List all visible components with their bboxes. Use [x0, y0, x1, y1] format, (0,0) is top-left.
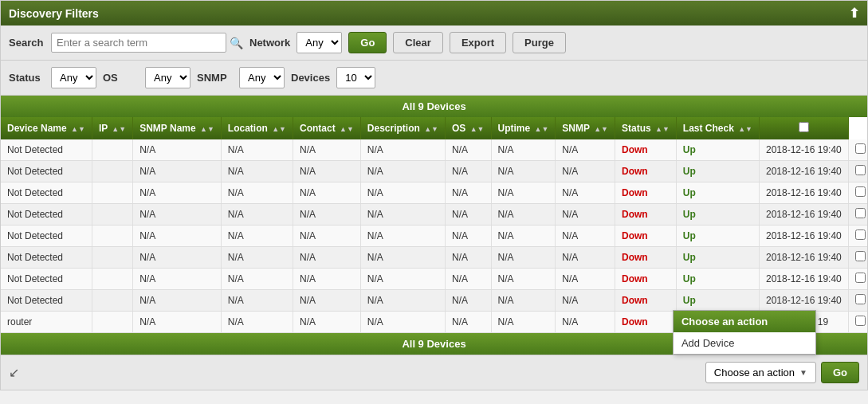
snmp-select[interactable]: Any: [239, 67, 285, 88]
col-os[interactable]: OS ▲▼: [446, 117, 492, 139]
filter-row-2: Status Any OS Any SNMP Any Devices 10: [1, 61, 867, 96]
cell-description: N/A: [360, 312, 445, 333]
action-dropdown-label: Choose an action: [714, 367, 795, 379]
cell-description: N/A: [360, 226, 445, 247]
bottom-go-button[interactable]: Go: [821, 362, 859, 383]
cell-snmp-name: N/A: [133, 204, 222, 226]
cell-ip: [92, 247, 132, 269]
snmp-label: SNMP: [197, 72, 233, 84]
row-checkbox[interactable]: [855, 273, 866, 283]
devices-select[interactable]: 10: [336, 67, 375, 88]
cell-location: N/A: [221, 182, 293, 204]
search-input[interactable]: [51, 33, 226, 53]
table-row: Not Detected N/A N/A N/A N/A N/A N/A N/A…: [1, 161, 867, 182]
cell-snmp-status: Up: [676, 247, 759, 269]
table-body: Not Detected N/A N/A N/A N/A N/A N/A N/A…: [1, 139, 867, 333]
cell-uptime: N/A: [491, 269, 556, 290]
row-checkbox[interactable]: [855, 229, 866, 240]
table-row: Not Detected N/A N/A N/A N/A N/A N/A N/A…: [1, 226, 867, 247]
panel-title: Discovery Filters: [9, 7, 99, 20]
cell-contact: N/A: [293, 290, 360, 312]
cell-checkbox[interactable]: [848, 161, 867, 182]
discovery-panel: Discovery Filters ⬆ Search 🔍 Network Any…: [0, 0, 868, 390]
cell-os: N/A: [446, 226, 492, 247]
table-row: Not Detected N/A N/A N/A N/A N/A N/A N/A…: [1, 290, 867, 312]
col-location[interactable]: Location ▲▼: [221, 117, 293, 139]
cell-device-name: Not Detected: [1, 226, 92, 247]
action-dropdown-button[interactable]: Choose an action ▼: [705, 362, 816, 383]
cell-checkbox[interactable]: [848, 182, 867, 204]
col-status[interactable]: Status ▲▼: [615, 117, 676, 139]
cell-contact: N/A: [293, 182, 360, 204]
cell-snmp-name: N/A: [133, 182, 222, 204]
os-select[interactable]: Any: [145, 67, 190, 88]
row-checkbox[interactable]: [855, 208, 866, 218]
col-ip[interactable]: IP ▲▼: [92, 117, 132, 139]
network-select[interactable]: Any: [297, 32, 342, 53]
cell-device-name: Not Detected: [1, 269, 92, 290]
cell-checkbox[interactable]: [848, 312, 867, 333]
cell-checkbox[interactable]: [848, 226, 867, 247]
cell-last-check: 2018-12-16 19:40: [760, 139, 849, 161]
col-uptime[interactable]: Uptime ▲▼: [491, 117, 556, 139]
col-description[interactable]: Description ▲▼: [360, 117, 445, 139]
cell-status: Down: [615, 269, 676, 290]
select-all-checkbox[interactable]: [799, 122, 809, 132]
cell-device-name: Not Detected: [1, 204, 92, 226]
cell-location: N/A: [221, 290, 293, 312]
cell-uptime: N/A: [491, 312, 556, 333]
cell-uptime: N/A: [491, 139, 556, 161]
cell-ip: [92, 269, 132, 290]
col-snmp-name[interactable]: SNMP Name ▲▼: [133, 117, 222, 139]
collapse-icon[interactable]: ⬆: [849, 6, 859, 21]
cell-snmp-status: Up: [676, 269, 759, 290]
cell-contact: N/A: [293, 247, 360, 269]
cell-snmp-name: N/A: [133, 139, 222, 161]
col-last-check[interactable]: Last Check ▲▼: [676, 117, 759, 139]
cell-os: N/A: [446, 290, 492, 312]
cell-device-name: Not Detected: [1, 139, 92, 161]
cell-checkbox[interactable]: [848, 290, 867, 312]
go-button[interactable]: Go: [348, 32, 387, 53]
cell-description: N/A: [360, 290, 445, 312]
cell-location: N/A: [221, 204, 293, 226]
row-checkbox[interactable]: [855, 251, 866, 261]
table-row: Not Detected N/A N/A N/A N/A N/A N/A N/A…: [1, 269, 867, 290]
purge-button[interactable]: Purge: [513, 32, 566, 53]
cell-description: N/A: [360, 182, 445, 204]
action-dropdown-header: Choose an action: [674, 311, 815, 332]
cell-checkbox[interactable]: [848, 139, 867, 161]
cell-device-name: Not Detected: [1, 247, 92, 269]
os-label: OS: [103, 72, 139, 84]
action-item-add-device[interactable]: Add Device: [674, 332, 815, 354]
col-device-name[interactable]: Device Name ▲▼: [1, 117, 92, 139]
col-contact[interactable]: Contact ▲▼: [293, 117, 360, 139]
cell-device-name: Not Detected: [1, 182, 92, 204]
export-button[interactable]: Export: [450, 32, 506, 53]
cell-checkbox[interactable]: [848, 204, 867, 226]
cell-location: N/A: [221, 161, 293, 182]
cell-os: N/A: [446, 182, 492, 204]
status-select[interactable]: Any: [51, 67, 96, 88]
cell-os: N/A: [446, 312, 492, 333]
cell-checkbox[interactable]: [848, 247, 867, 269]
col-select-all[interactable]: [760, 117, 849, 139]
bottom-right: Choose an action Add Device Choose an ac…: [705, 362, 859, 383]
row-checkbox[interactable]: [855, 165, 866, 175]
cell-ip: [92, 139, 132, 161]
cell-contact: N/A: [293, 269, 360, 290]
cell-device-name: router: [1, 312, 92, 333]
cell-ip: [92, 161, 132, 182]
cell-checkbox[interactable]: [848, 269, 867, 290]
cell-uptime: N/A: [491, 204, 556, 226]
row-checkbox[interactable]: [855, 316, 866, 326]
col-snmp[interactable]: SNMP ▲▼: [556, 117, 615, 139]
row-checkbox[interactable]: [855, 294, 866, 304]
cell-snmp: N/A: [556, 226, 615, 247]
row-checkbox[interactable]: [855, 143, 866, 154]
row-checkbox[interactable]: [855, 186, 866, 197]
clear-button[interactable]: Clear: [393, 32, 443, 53]
cell-snmp-status: Up: [676, 290, 759, 312]
cell-contact: N/A: [293, 161, 360, 182]
cell-uptime: N/A: [491, 247, 556, 269]
